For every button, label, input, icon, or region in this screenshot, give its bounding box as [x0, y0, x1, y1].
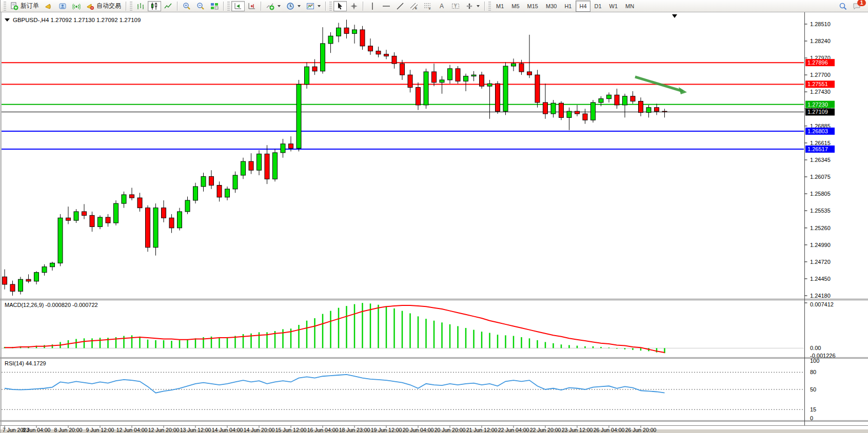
toolbar-grip[interactable] [130, 2, 132, 11]
new-order-label: 新订单 [21, 2, 39, 10]
search-button[interactable] [836, 1, 850, 11]
tab-timeframe-m15[interactable]: M15 [524, 1, 542, 12]
candlestick [58, 214, 63, 266]
text-label-button[interactable]: T [449, 1, 462, 11]
equidistant-channel-button[interactable]: E [407, 1, 421, 11]
indicators-button[interactable] [264, 1, 283, 11]
price-tick-label: 1.24450 [810, 276, 831, 282]
trendline-button[interactable] [393, 1, 407, 11]
time-tick-label: 18 Jun 23:00 [339, 427, 370, 433]
time-tick-label: 12 Jun 04:00 [116, 427, 148, 433]
candlestick [503, 63, 508, 115]
time-tick-label: 20 Jun 04:00 [403, 427, 434, 433]
time-tick-label: 8 Jun 20:00 [54, 427, 83, 433]
bar-chart-button[interactable] [134, 1, 147, 11]
tab-timeframe-d1[interactable]: D1 [591, 1, 605, 12]
vertical-line-button[interactable] [366, 1, 379, 11]
candlestick [591, 100, 596, 122]
tab-timeframe-h1[interactable]: H1 [561, 1, 575, 12]
macd-label: MACD(12,26,9) -0.000820 -0.000722 [5, 302, 98, 308]
toolbar-grip[interactable] [329, 2, 332, 11]
alert-horn-icon [45, 2, 53, 10]
auto-scroll-icon [234, 2, 242, 10]
alerts-button[interactable] [42, 1, 55, 11]
templates-icon [306, 2, 314, 10]
periods-button[interactable] [284, 1, 303, 11]
zoom-out-icon [196, 2, 205, 10]
price-level-badge-label: 1.27896 [807, 59, 828, 66]
price-tick-label: 1.24990 [810, 242, 831, 248]
crosshair-button[interactable] [347, 1, 361, 11]
time-tick-label: 14 Jun 04:00 [212, 427, 243, 433]
rsi-axis-label: 15 [810, 406, 816, 413]
horizontal-line-button[interactable] [380, 1, 393, 11]
cursor-button[interactable] [333, 1, 347, 11]
candlestick [456, 66, 460, 84]
notifications-button[interactable]: 1 [850, 1, 863, 11]
rsi-axis-label: 50 [810, 386, 816, 393]
tab-timeframe-m1[interactable]: M1 [492, 1, 507, 12]
price-tick-label: 1.25535 [810, 208, 831, 214]
chart-window[interactable]: 1.285101.282401.279701.277001.274301.271… [1, 12, 868, 433]
price-tick-label: 1.24720 [810, 259, 831, 265]
zoom-in-button[interactable] [180, 1, 193, 11]
auto-scroll-button[interactable] [231, 1, 245, 11]
candlestick [424, 69, 428, 109]
trendline-icon [396, 2, 404, 10]
tab-timeframe-m5[interactable]: M5 [508, 1, 523, 12]
candlestick [273, 149, 278, 182]
new-order-button[interactable]: 新订单 [8, 1, 42, 11]
toolbar-grip[interactable] [4, 2, 6, 11]
price-level-badge-label: 1.27230 [807, 101, 828, 108]
tab-timeframe-w1[interactable]: W1 [606, 1, 622, 12]
templates-dropdown-caret [318, 5, 321, 7]
text-button[interactable]: A [435, 1, 448, 11]
price-tick-label: 1.27700 [810, 72, 831, 78]
crosshair-icon [350, 2, 358, 10]
fibonacci-button[interactable]: F [421, 1, 435, 11]
time-tick-label: 22 Jun 04:00 [498, 427, 529, 433]
candlestick-chart-button[interactable] [148, 1, 161, 11]
tab-timeframe-m30[interactable]: M30 [542, 1, 560, 12]
time-tick-label: 20 Jun 20:00 [435, 427, 466, 433]
clock-icon [286, 2, 294, 10]
candlestick [297, 80, 301, 152]
price-tick-label: 1.26615 [810, 140, 831, 146]
macd-axis-label: 0.00 [810, 345, 821, 351]
line-chart-button[interactable] [162, 1, 175, 11]
indicators-icon [266, 2, 274, 10]
indicators-dropdown-caret [278, 5, 281, 7]
arrows-dropdown-caret [477, 5, 480, 7]
bar-chart-icon [136, 2, 145, 10]
time-tick-label: 16 Jun 04:00 [307, 427, 339, 433]
templates-button[interactable] [304, 1, 323, 11]
community-icon [58, 2, 67, 10]
time-tick-label: 21 Jun 12:00 [466, 427, 498, 433]
toolbar-grip[interactable] [227, 2, 230, 11]
tab-timeframe-h4[interactable]: H4 [576, 1, 590, 12]
price-level-badge-label: 1.27551 [807, 81, 828, 87]
tile-windows-button[interactable] [208, 1, 221, 11]
macd-axis-label: 0.007412 [810, 301, 834, 307]
time-tick-label: 15 Jun 12:00 [275, 427, 307, 433]
channel-icon: E [410, 2, 418, 10]
auto-trading-button[interactable]: 自动交易 [84, 1, 124, 11]
arrows-button[interactable] [463, 1, 482, 11]
community-button[interactable] [56, 1, 69, 11]
rsi-axis-label: 100 [810, 358, 819, 364]
chart-shift-button[interactable] [245, 1, 259, 11]
price-tick-label: 1.28510 [810, 21, 831, 27]
svg-text:A: A [440, 3, 444, 10]
zoom-out-button[interactable] [194, 1, 207, 11]
signals-button[interactable] [70, 1, 83, 11]
svg-text:E: E [415, 7, 417, 10]
svg-text:T: T [454, 4, 457, 9]
candlestick [559, 101, 564, 120]
toolbar-grip[interactable] [488, 2, 491, 11]
chart-canvas[interactable]: 1.285101.282401.279701.277001.274301.271… [1, 12, 868, 433]
main-toolbar: 新订单 自动交易 [1, 0, 868, 12]
candlestick [535, 70, 540, 107]
new-order-icon [10, 2, 18, 10]
tab-timeframe-mn[interactable]: MN [622, 1, 638, 12]
candlestick-chart-icon [150, 2, 159, 10]
